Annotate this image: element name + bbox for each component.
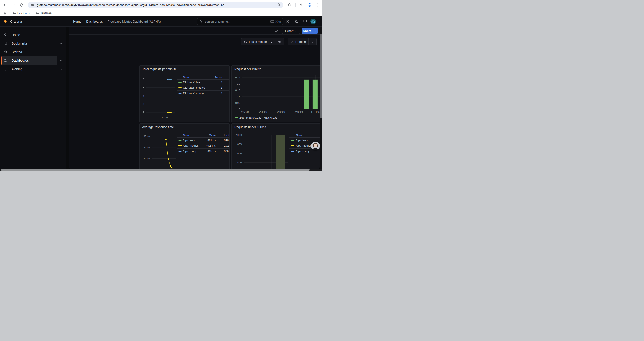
refresh-button[interactable]: Refresh xyxy=(288,38,308,45)
legend-col-name[interactable]: Name xyxy=(183,134,190,137)
svg-text:60%: 60% xyxy=(238,152,242,155)
legend-col-mean[interactable]: Mean xyxy=(215,76,222,79)
browser-chrome: Freeleaps 收藏博客 xyxy=(0,0,322,17)
bookmarks-separator xyxy=(9,12,10,15)
apps-grid-button[interactable] xyxy=(2,11,8,16)
sidebar-item-bookmarks[interactable]: Bookmarks xyxy=(0,39,66,48)
chevron-down-icon xyxy=(311,41,314,43)
series-swatch xyxy=(291,151,294,152)
legend-row[interactable]: GET /api/_readyz 6 xyxy=(177,91,230,96)
downloads-button[interactable] xyxy=(298,2,304,8)
series-name: /api/_livez xyxy=(296,139,308,142)
share-button[interactable]: Share xyxy=(302,28,312,34)
export-button[interactable]: Export xyxy=(282,28,300,34)
chevron-down-icon[interactable] xyxy=(60,68,63,71)
back-button[interactable] xyxy=(2,2,8,8)
zoom-out-button[interactable] xyxy=(275,38,284,45)
sidebar-item-home[interactable]: Home xyxy=(0,31,66,39)
active-accent-bar xyxy=(1,56,2,65)
breadcrumb-separator: › xyxy=(105,20,106,23)
legend-col-name[interactable]: Name xyxy=(183,76,190,79)
sidebar-toggle-button[interactable] xyxy=(59,19,64,24)
svg-text:0.1: 0.1 xyxy=(237,95,240,98)
bookmark-star-icon[interactable] xyxy=(277,3,280,7)
svg-text:6: 6 xyxy=(143,78,144,81)
refresh-interval-dropdown[interactable] xyxy=(308,38,316,45)
series-mean: 6 xyxy=(220,81,222,84)
sidebar-item-label: Dashboards xyxy=(12,59,29,62)
svg-text:0: 0 xyxy=(239,108,240,111)
sidebar-item-starred[interactable]: Starred xyxy=(0,48,66,56)
legend-row[interactable]: GET /api/_livez 6 xyxy=(177,80,230,85)
kiosk-mode-button[interactable] xyxy=(303,20,307,24)
series-swatch xyxy=(178,140,182,141)
series-last: 646 µs xyxy=(224,139,230,142)
extension-floating-avatar[interactable] xyxy=(311,142,320,150)
panel-request-per-minute[interactable]: Request per minute 0.250.20.150.10.05017… xyxy=(232,65,320,122)
site-settings-icon[interactable] xyxy=(31,3,34,7)
url-bar[interactable] xyxy=(28,2,283,8)
bar-chart[interactable]: 0.250.20.150.10.05017:37:0017:38:0017:39… xyxy=(232,66,320,122)
horizontal-scrollbar-thumb[interactable] xyxy=(1,169,310,171)
bookmark-folder-freeleaps[interactable]: Freeleaps xyxy=(12,11,31,16)
chevron-down-icon[interactable] xyxy=(60,51,63,54)
grafana-brand: Grafana xyxy=(10,20,22,23)
chevron-down-icon[interactable] xyxy=(60,42,63,45)
menu-button[interactable] xyxy=(314,2,320,8)
extensions-button[interactable] xyxy=(287,2,293,8)
favorite-dashboard-button[interactable] xyxy=(274,29,278,33)
time-range-label: Last 5 minutes xyxy=(249,40,268,44)
series-name: /api/_metrics xyxy=(183,144,198,147)
folder-icon xyxy=(13,12,16,15)
sidebar-item-dashboards[interactable]: Dashboards xyxy=(0,56,66,65)
reload-button[interactable] xyxy=(18,2,24,8)
svg-text:5: 5 xyxy=(143,86,144,89)
series-name: 2xx xyxy=(239,116,244,119)
svg-text:17:40:00: 17:40:00 xyxy=(294,111,303,113)
series-name: GET /api/_readyz xyxy=(183,92,204,95)
series-swatch xyxy=(178,145,182,146)
sidebar-item-alerting[interactable]: Alerting xyxy=(0,65,66,73)
folder-icon xyxy=(36,12,39,15)
legend-col-last[interactable]: Last * xyxy=(224,134,230,137)
bookmarks-bar: Freeleaps 收藏博客 xyxy=(0,10,322,17)
url-input[interactable] xyxy=(36,3,277,7)
legend-inline[interactable]: 2xx Mean: 0.233 Max: 0.233 xyxy=(232,116,320,120)
help-button[interactable] xyxy=(286,20,289,24)
panel-total-requests-per-minute[interactable]: Total requests per minute 6543217:40 Nam… xyxy=(140,65,230,122)
series-last: 620 µs xyxy=(224,150,230,153)
bookmark-folder-blogs[interactable]: 收藏博客 xyxy=(35,11,53,16)
user-avatar[interactable] xyxy=(310,19,316,24)
chevron-down-icon[interactable] xyxy=(60,59,63,62)
keyboard-icon xyxy=(270,20,274,23)
legend-row[interactable]: /api/_livez 661 µs 646 µs xyxy=(177,138,230,143)
forward-button[interactable] xyxy=(10,2,16,8)
monitor-icon xyxy=(303,20,307,24)
search-input[interactable] xyxy=(204,20,269,24)
three-dot-menu-icon xyxy=(316,3,320,7)
svg-text:17:37:00: 17:37:00 xyxy=(239,111,249,113)
legend-row[interactable]: GET /api/_metrics 2 xyxy=(177,85,230,91)
search-icon xyxy=(199,20,202,23)
legend-col-name[interactable]: Name xyxy=(296,134,303,137)
export-label: Export xyxy=(285,29,294,33)
panel-requests-under-100ms[interactable]: Requests under 100ms 100%80%60%40%20%0%1… xyxy=(232,123,320,169)
breadcrumb-home[interactable]: Home xyxy=(73,20,81,23)
svg-text:17:40: 17:40 xyxy=(162,116,168,119)
search-box[interactable]: ⌘+k xyxy=(197,18,283,25)
home-icon xyxy=(4,33,8,37)
legend-row[interactable]: /api/_metrics 40.1 ms 20.5 ms xyxy=(177,143,230,149)
vertical-scrollbar-thumb[interactable] xyxy=(320,34,322,119)
dashboard-subheader: Export Share xyxy=(69,27,320,35)
dashboards-grid-icon xyxy=(4,59,8,62)
legend-col-mean[interactable]: Mean xyxy=(209,134,216,137)
profile-button[interactable] xyxy=(306,2,312,8)
share-dropdown-button[interactable] xyxy=(313,28,318,34)
legend-row[interactable]: /api/_readyz 605 µs 620 µs xyxy=(177,149,230,154)
panel-average-response-time[interactable]: Average response time 80 ms60 ms40 ms20 … xyxy=(140,123,230,169)
toolbar-separator xyxy=(296,3,296,7)
news-button[interactable] xyxy=(294,20,298,24)
help-icon xyxy=(286,20,289,24)
breadcrumb-dashboards[interactable]: Dashboards xyxy=(86,20,103,23)
time-range-picker[interactable]: Last 5 minutes xyxy=(241,38,275,45)
